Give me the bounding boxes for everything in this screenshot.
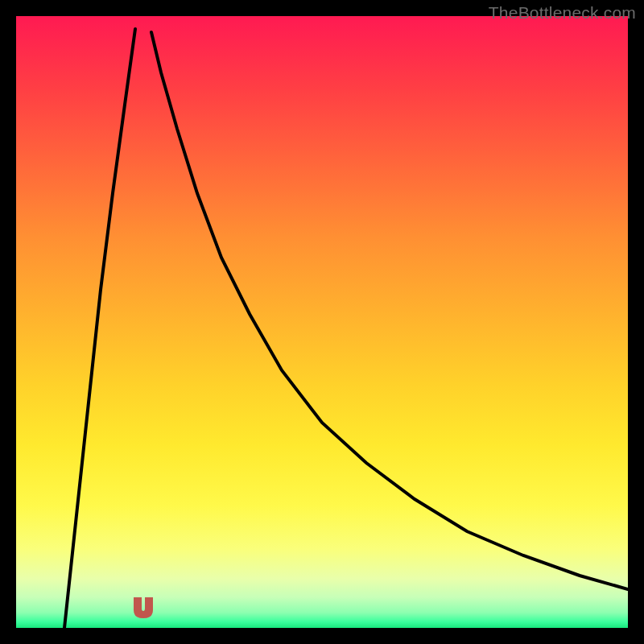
- bottleneck-curve: [16, 16, 628, 628]
- watermark-text: TheBottleneck.com: [489, 3, 636, 23]
- plot-area: [16, 16, 628, 628]
